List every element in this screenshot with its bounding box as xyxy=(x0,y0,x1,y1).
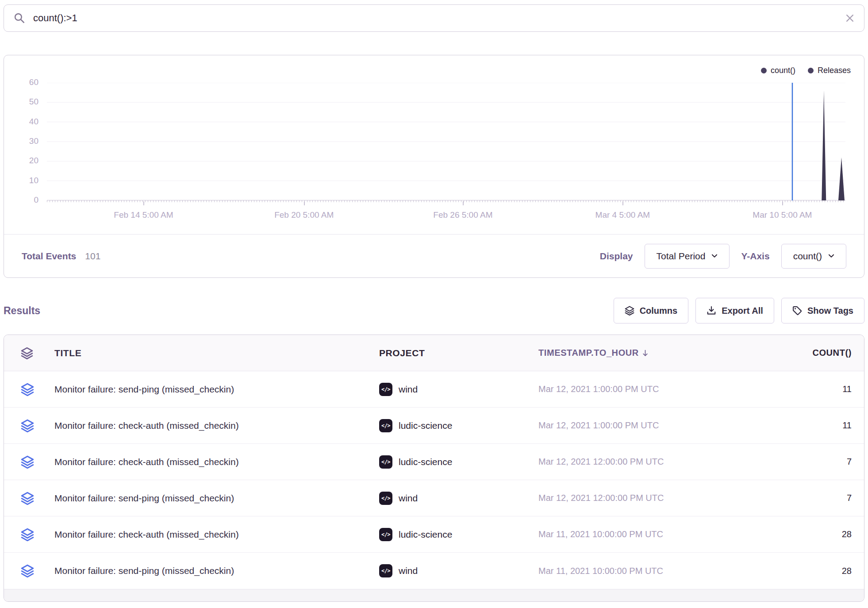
show-tags-button[interactable]: Show Tags xyxy=(781,298,864,323)
row-count: 7 xyxy=(772,457,864,467)
row-title[interactable]: Monitor failure: send-ping (missed_check… xyxy=(46,384,374,395)
y-axis-label: 60 xyxy=(8,77,38,87)
releases-series-dot xyxy=(808,68,814,73)
row-project: </> ludic-science xyxy=(374,455,533,469)
legend-item-count[interactable]: count() xyxy=(761,66,795,75)
chevron-down-icon xyxy=(711,254,718,258)
stack-column-header[interactable] xyxy=(4,347,46,359)
project-header-label: PROJECT xyxy=(379,348,425,358)
legend-item-releases[interactable]: Releases xyxy=(808,66,851,75)
legend-label: Releases xyxy=(818,66,851,75)
title-column-header[interactable]: TITLE xyxy=(46,348,374,358)
project-name: wind xyxy=(399,566,418,576)
columns-button-label: Columns xyxy=(640,306,678,316)
code-badge-icon: </> xyxy=(379,455,392,469)
y-axis-label: 20 xyxy=(8,156,38,165)
search-input[interactable] xyxy=(32,12,838,24)
table-row[interactable]: Monitor failure: send-ping (missed_check… xyxy=(4,371,864,408)
x-axis-label: Mar 10 5:00 AM xyxy=(753,210,812,220)
table-row[interactable]: Monitor failure: check-auth (missed_chec… xyxy=(4,408,864,444)
x-axis-tick xyxy=(304,201,305,205)
row-count: 28 xyxy=(772,566,864,576)
y-axis-label: 0 xyxy=(8,195,38,205)
y-axis-label: 40 xyxy=(8,117,38,127)
row-count: 7 xyxy=(772,493,864,503)
row-timestamp: Mar 12, 2021 1:00:00 PM UTC xyxy=(533,420,772,431)
count-column-header[interactable]: COUNT() xyxy=(772,348,864,358)
chevron-down-icon xyxy=(828,254,834,258)
total-events: Total Events 101 xyxy=(22,251,100,262)
project-name: ludic-science xyxy=(399,529,452,540)
table-row[interactable]: Monitor failure: check-auth (missed_chec… xyxy=(4,444,864,480)
row-timestamp: Mar 12, 2021 12:00:00 PM UTC xyxy=(533,493,772,503)
stack-icon xyxy=(21,419,34,432)
table-row[interactable]: Monitor failure: send-ping (missed_check… xyxy=(4,553,864,589)
row-project: </> wind xyxy=(374,564,533,577)
legend-label: count() xyxy=(771,66,795,75)
display-label: Display xyxy=(600,251,633,262)
stack-icon xyxy=(21,455,34,469)
chart-plot-area xyxy=(47,83,845,200)
yaxis-dropdown-value: count() xyxy=(793,251,822,262)
count-spike xyxy=(838,157,845,200)
timestamp-header-label: TIMESTAMP.TO_HOUR xyxy=(538,348,639,358)
export-all-button[interactable]: Export All xyxy=(695,298,774,323)
row-timestamp: Mar 12, 2021 1:00:00 PM UTC xyxy=(533,384,772,394)
table-header-row: TITLE PROJECT TIMESTAMP.TO_HOUR COUNT() xyxy=(4,335,864,371)
row-title[interactable]: Monitor failure: check-auth (missed_chec… xyxy=(46,457,374,467)
project-name: wind xyxy=(399,384,418,395)
y-axis-label: 50 xyxy=(8,97,38,107)
display-dropdown[interactable]: Total Period xyxy=(645,244,730,269)
tag-icon xyxy=(792,306,802,316)
events-chart-panel: count() Releases 0102030405060 Feb 14 5:… xyxy=(4,55,864,278)
x-axis-line xyxy=(47,200,845,202)
project-name: ludic-science xyxy=(399,420,452,431)
project-name: wind xyxy=(399,493,418,504)
table-row[interactable]: Monitor failure: send-ping (missed_check… xyxy=(4,480,864,516)
results-title: Results xyxy=(4,305,40,317)
code-badge-icon: </> xyxy=(379,419,392,432)
export-all-button-label: Export All xyxy=(722,306,763,316)
code-badge-icon: </> xyxy=(379,492,392,505)
table-body: Monitor failure: send-ping (missed_check… xyxy=(4,371,864,589)
search-icon xyxy=(14,12,25,24)
display-dropdown-value: Total Period xyxy=(657,251,706,262)
row-count: 11 xyxy=(772,420,864,431)
search-bar[interactable] xyxy=(4,4,864,32)
count-header-label: COUNT() xyxy=(772,348,852,358)
stack-icon xyxy=(21,347,33,359)
project-column-header[interactable]: PROJECT xyxy=(374,348,533,358)
clear-search-button[interactable] xyxy=(845,14,854,23)
layers-icon xyxy=(625,306,634,316)
x-axis-tick xyxy=(463,201,464,205)
row-project: </> ludic-science xyxy=(374,419,533,432)
close-icon xyxy=(845,14,854,23)
timestamp-column-header[interactable]: TIMESTAMP.TO_HOUR xyxy=(533,348,772,358)
count-series-dot xyxy=(761,68,767,73)
sort-descending-icon xyxy=(642,350,648,357)
show-tags-button-label: Show Tags xyxy=(807,306,853,316)
stack-icon xyxy=(21,492,34,505)
code-badge-icon: </> xyxy=(379,564,392,577)
x-axis-tick xyxy=(782,201,783,205)
row-title[interactable]: Monitor failure: send-ping (missed_check… xyxy=(46,566,374,576)
y-axis-label: 30 xyxy=(8,136,38,146)
total-events-value: 101 xyxy=(85,251,100,262)
row-project: </> ludic-science xyxy=(374,528,533,541)
project-name: ludic-science xyxy=(399,457,452,467)
table-footer-strip xyxy=(4,589,864,601)
results-toolbar: Results Columns Export All xyxy=(4,297,864,324)
x-axis-label: Mar 4 5:00 AM xyxy=(595,210,650,220)
row-timestamp: Mar 12, 2021 12:00:00 PM UTC xyxy=(533,457,772,467)
columns-button[interactable]: Columns xyxy=(614,298,689,323)
stack-icon xyxy=(21,383,34,396)
table-row[interactable]: Monitor failure: check-auth (missed_chec… xyxy=(4,516,864,553)
x-axis-label: Feb 20 5:00 AM xyxy=(274,210,334,220)
row-count: 28 xyxy=(772,529,864,539)
row-title[interactable]: Monitor failure: send-ping (missed_check… xyxy=(46,493,374,504)
row-title[interactable]: Monitor failure: check-auth (missed_chec… xyxy=(46,529,374,540)
yaxis-label: Y-Axis xyxy=(741,251,769,262)
row-title[interactable]: Monitor failure: check-auth (missed_chec… xyxy=(46,420,374,431)
yaxis-dropdown[interactable]: count() xyxy=(781,244,846,269)
stack-icon xyxy=(21,564,34,577)
